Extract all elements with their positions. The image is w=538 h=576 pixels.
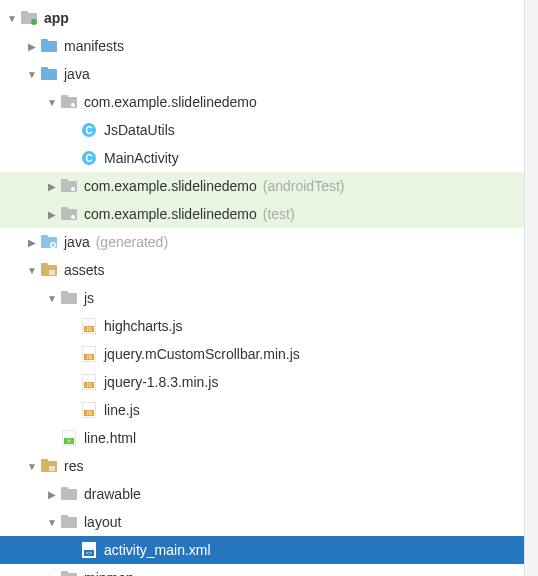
tree-item-highcharts[interactable]: ▶JShighcharts.js <box>0 312 538 340</box>
folder-gray-icon <box>60 289 78 307</box>
scrollbar[interactable] <box>524 0 538 576</box>
tree-item-label: app <box>44 10 69 26</box>
chevron-down-icon[interactable]: ▼ <box>24 461 40 472</box>
tree-item-line-js[interactable]: ▶JSline.js <box>0 396 538 424</box>
svg-rect-15 <box>61 179 68 183</box>
tree-item-res[interactable]: ▼res <box>0 452 538 480</box>
package-icon <box>60 205 78 223</box>
svg-point-9 <box>71 103 75 107</box>
svg-rect-24 <box>41 263 48 267</box>
tree-item-label: jquery-1.8.3.min.js <box>104 374 218 390</box>
tree-item-label: MainActivity <box>104 150 179 166</box>
tree-item-label: com.example.slidelinedemo <box>84 94 257 110</box>
svg-text:JS: JS <box>86 354 93 360</box>
svg-rect-44 <box>41 459 48 463</box>
tree-item-drawable[interactable]: ▶drawable <box>0 480 538 508</box>
chevron-down-icon[interactable]: ▼ <box>24 69 40 80</box>
tree-item-label: manifests <box>64 38 124 54</box>
chevron-right-icon[interactable]: ▶ <box>44 489 60 500</box>
tree-item-label: JsDataUtils <box>104 122 175 138</box>
svg-rect-25 <box>49 270 55 275</box>
svg-point-19 <box>71 215 75 219</box>
svg-rect-45 <box>49 466 55 471</box>
tree-item-layout[interactable]: ▼layout <box>0 508 538 536</box>
package-icon <box>60 177 78 195</box>
xml-file-icon: <> <box>80 541 98 559</box>
chevron-down-icon[interactable]: ▼ <box>44 97 60 108</box>
folder-gray-icon <box>60 513 78 531</box>
folder-blue-icon <box>40 65 58 83</box>
tree-item-label: layout <box>84 514 121 530</box>
chevron-down-icon[interactable]: ▼ <box>44 293 60 304</box>
tree-item-suffix: (test) <box>263 206 295 222</box>
svg-text:JS: JS <box>86 326 93 332</box>
tree-item-label: com.example.slidelinedemo <box>84 178 257 194</box>
tree-item-class-mainactivity[interactable]: ▶CMainActivity <box>0 144 538 172</box>
tree-item-label: com.example.slidelinedemo <box>84 206 257 222</box>
res-folder-icon <box>40 261 58 279</box>
chevron-right-icon[interactable]: ▶ <box>44 209 60 220</box>
tree-item-label: mipmap <box>84 570 134 576</box>
js-file-icon: JS <box>80 317 98 335</box>
res-folder-icon <box>40 457 58 475</box>
chevron-right-icon[interactable]: ▶ <box>44 181 60 192</box>
svg-rect-54 <box>61 571 68 575</box>
folder-gray-icon <box>60 569 78 576</box>
tree-item-suffix: (androidTest) <box>263 178 345 194</box>
tree-item-label: assets <box>64 262 104 278</box>
tree-item-label: java <box>64 66 90 82</box>
tree-item-label: line.html <box>84 430 136 446</box>
class-c-icon: C <box>80 121 98 139</box>
tree-item-jquery-183[interactable]: ▶JSjquery-1.8.3.min.js <box>0 368 538 396</box>
chevron-down-icon[interactable]: ▼ <box>24 265 40 276</box>
module-folder-icon <box>20 9 38 27</box>
tree-item-suffix: (generated) <box>96 234 168 250</box>
tree-item-pkg-main[interactable]: ▼com.example.slidelinedemo <box>0 88 538 116</box>
tree-item-activity-main[interactable]: ▶<>activity_main.xml <box>0 536 538 564</box>
svg-text:JS: JS <box>86 382 93 388</box>
svg-rect-8 <box>61 95 68 99</box>
js-file-icon: JS <box>80 401 98 419</box>
svg-rect-1 <box>21 11 28 15</box>
tree-item-label: line.js <box>104 402 140 418</box>
js-file-icon: JS <box>80 345 98 363</box>
html-file-icon: H <box>60 429 78 447</box>
folder-blue-icon <box>40 37 58 55</box>
svg-text:<>: <> <box>86 550 92 556</box>
svg-text:C: C <box>85 153 92 164</box>
chevron-down-icon[interactable]: ▼ <box>4 13 20 24</box>
chevron-right-icon[interactable]: ▶ <box>24 41 40 52</box>
gen-folder-icon <box>40 233 58 251</box>
svg-rect-49 <box>61 515 68 519</box>
chevron-right-icon[interactable]: ▶ <box>24 237 40 248</box>
tree-item-js[interactable]: ▼js <box>0 284 538 312</box>
tree-item-app[interactable]: ▼app <box>0 4 538 32</box>
tree-item-label: js <box>84 290 94 306</box>
svg-rect-4 <box>41 39 48 43</box>
svg-point-16 <box>71 187 75 191</box>
js-file-icon: JS <box>80 373 98 391</box>
tree-item-mipmap[interactable]: ▶mipmap <box>0 564 538 576</box>
project-tree[interactable]: ▼app▶manifests▼java▼com.example.slidelin… <box>0 0 538 576</box>
tree-item-java[interactable]: ▼java <box>0 60 538 88</box>
package-icon <box>60 93 78 111</box>
svg-rect-47 <box>61 487 68 491</box>
tree-item-assets[interactable]: ▼assets <box>0 256 538 284</box>
tree-item-label: highcharts.js <box>104 318 183 334</box>
tree-item-manifests[interactable]: ▶manifests <box>0 32 538 60</box>
svg-text:C: C <box>85 125 92 136</box>
chevron-down-icon[interactable]: ▼ <box>44 517 60 528</box>
tree-item-line-html[interactable]: ▶Hline.html <box>0 424 538 452</box>
chevron-right-icon[interactable]: ▶ <box>44 573 60 577</box>
svg-text:H: H <box>67 438 71 444</box>
tree-item-pkg-test[interactable]: ▶com.example.slidelinedemo(test) <box>0 200 538 228</box>
tree-item-jquery-scroll[interactable]: ▶JSjquery.mCustomScrollbar.min.js <box>0 340 538 368</box>
tree-item-label: activity_main.xml <box>104 542 211 558</box>
tree-item-pkg-androidtest[interactable]: ▶com.example.slidelinedemo(androidTest) <box>0 172 538 200</box>
svg-rect-27 <box>61 291 68 295</box>
tree-item-label: jquery.mCustomScrollbar.min.js <box>104 346 300 362</box>
tree-item-java-gen[interactable]: ▶java(generated) <box>0 228 538 256</box>
tree-item-class-jsdatautils[interactable]: ▶CJsDataUtils <box>0 116 538 144</box>
svg-point-2 <box>31 19 37 25</box>
tree-item-label: drawable <box>84 486 141 502</box>
